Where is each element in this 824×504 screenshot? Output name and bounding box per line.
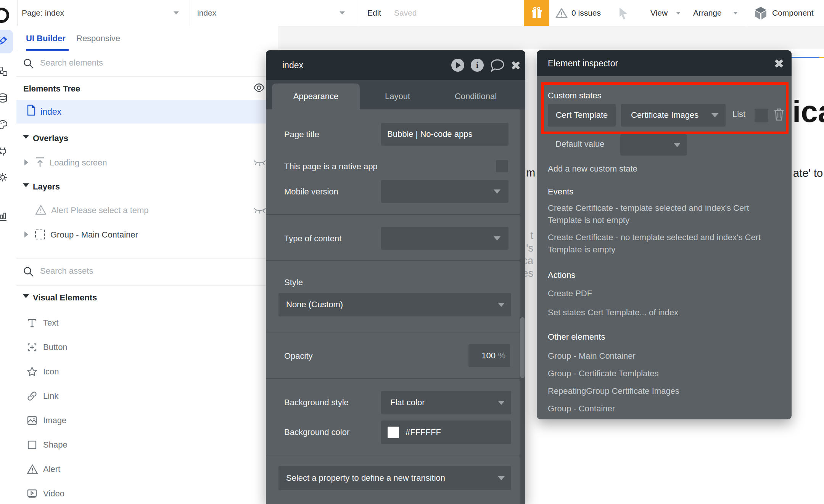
native-app-label: This page is a native app	[284, 162, 378, 172]
background-color-input[interactable]: #FFFFFF	[381, 421, 511, 444]
view-menu[interactable]: View	[650, 0, 668, 26]
cursor-icon[interactable]	[618, 7, 629, 20]
transition-dropdown[interactable]: Select a property to define a new transi…	[278, 466, 511, 490]
canvas-heading-fragment: ica	[792, 94, 824, 129]
other-element-item[interactable]: RepeatingGroup Certificate Images	[548, 386, 679, 396]
tab-layout[interactable]: Layout	[359, 83, 436, 109]
warning-icon	[555, 8, 568, 18]
palette-item-button[interactable]: Button	[43, 342, 68, 352]
design-pencil-icon[interactable]	[0, 36, 8, 46]
tab-conditional[interactable]: Conditional	[438, 83, 514, 109]
page-title-label: Page title	[284, 130, 319, 140]
page-selector[interactable]: Page: index	[22, 0, 64, 26]
settings-gear-icon[interactable]	[0, 172, 8, 182]
tree-item-index[interactable]: index	[40, 107, 61, 117]
bubble-logo[interactable]	[0, 8, 9, 23]
component-menu[interactable]: Component	[772, 0, 814, 26]
palette-item-icon[interactable]: Icon	[43, 367, 59, 377]
close-icon[interactable]	[510, 59, 521, 71]
tree-item-group-main[interactable]: Group - Main Container	[50, 230, 138, 240]
default-value-label: Default value	[555, 139, 604, 149]
canvas-gap-fragment: mp	[526, 167, 536, 183]
workflow-icon[interactable]	[0, 66, 8, 76]
tab-ui-builder[interactable]: UI Builder	[26, 34, 66, 43]
shape-icon	[27, 440, 37, 450]
style-dropdown[interactable]: None (Custom)	[278, 293, 511, 316]
event-item[interactable]: Create Certificate - template selected a…	[548, 202, 777, 226]
tab-responsive[interactable]: Responsive	[76, 34, 120, 43]
tree-section-overlays[interactable]: Overlays	[33, 133, 68, 143]
search-icon	[23, 58, 34, 69]
palette-item-link[interactable]: Link	[43, 391, 58, 401]
property-editor-header[interactable]: index i	[266, 50, 525, 80]
caret-expanded-icon[interactable]	[23, 135, 29, 139]
inspector-header[interactable]: Element inspector	[537, 50, 792, 76]
visual-elements-title[interactable]: Visual Elements	[33, 293, 97, 303]
editor-nav-rail	[0, 26, 17, 504]
palette-item-text[interactable]: Text	[43, 318, 58, 328]
group-icon	[35, 230, 45, 239]
info-icon[interactable]: i	[471, 59, 484, 72]
transition-placeholder: Select a property to define a new transi…	[286, 473, 445, 483]
chevron-down-icon	[498, 476, 505, 480]
styles-icon[interactable]	[0, 120, 8, 130]
eye-closed-icon[interactable]	[253, 207, 266, 214]
chevron-down-icon	[494, 236, 501, 241]
palette-item-alert[interactable]: Alert	[43, 464, 60, 474]
scrollbar-track[interactable]	[520, 109, 525, 504]
background-color-label: Background color	[284, 427, 349, 437]
other-element-item[interactable]: Group - Container	[548, 404, 615, 414]
chevron-down-icon[interactable]	[340, 11, 345, 14]
plugins-icon[interactable]	[0, 146, 8, 156]
action-item[interactable]: Create PDF	[548, 289, 592, 299]
mobile-version-dropdown[interactable]	[381, 180, 509, 203]
preview-play-icon[interactable]	[451, 59, 464, 72]
chevron-down-icon	[733, 12, 738, 14]
divider	[17, 0, 18, 26]
tab-appearance[interactable]: Appearance	[272, 83, 360, 109]
search-elements-input[interactable]	[39, 58, 193, 68]
edit-mode-button[interactable]: Edit	[367, 0, 381, 26]
search-assets-input[interactable]	[39, 266, 193, 276]
gift-button[interactable]	[524, 0, 549, 26]
element-selector[interactable]: index	[197, 0, 216, 26]
logs-icon[interactable]	[0, 211, 8, 221]
close-icon[interactable]	[773, 58, 785, 69]
event-item[interactable]: Create Certificate - no template selecte…	[548, 231, 777, 256]
caret-expanded-icon[interactable]	[23, 183, 29, 187]
color-swatch[interactable]	[388, 427, 399, 438]
add-custom-state-link[interactable]: Add a new custom state	[548, 164, 637, 174]
background-style-dropdown[interactable]: Flat color	[381, 391, 511, 414]
caret-collapsed-icon[interactable]	[24, 231, 28, 238]
eye-icon[interactable]	[253, 83, 265, 92]
other-element-item[interactable]: Group - Main Container	[548, 351, 636, 361]
scrollbar-thumb[interactable]	[520, 317, 525, 378]
palette-item-image[interactable]: Image	[43, 416, 66, 425]
page-title-input[interactable]: Bubble | No-code apps	[381, 123, 509, 146]
type-of-content-dropdown[interactable]	[381, 227, 509, 250]
action-item[interactable]: Set states Cert Template... of index	[548, 308, 678, 318]
native-app-checkbox[interactable]	[496, 160, 508, 172]
palette-item-video[interactable]: Video	[43, 489, 64, 499]
chevron-down-icon[interactable]	[174, 11, 179, 14]
component-cube-icon	[753, 6, 768, 21]
saved-status: Saved	[394, 0, 417, 26]
comment-icon[interactable]	[490, 59, 505, 72]
tree-item-loading-screen[interactable]: Loading screen	[50, 158, 107, 168]
caret-expanded-icon[interactable]	[23, 294, 29, 298]
alert-triangle-icon	[35, 205, 47, 215]
default-value-dropdown[interactable]	[620, 134, 687, 156]
tree-section-layers[interactable]: Layers	[33, 182, 60, 192]
tree-item-alert[interactable]: Alert Please select a temp	[51, 205, 149, 215]
caret-collapsed-icon[interactable]	[24, 159, 28, 165]
divider	[746, 0, 746, 26]
eye-closed-icon[interactable]	[253, 159, 266, 166]
alert-triangle-icon	[27, 464, 38, 475]
opacity-input[interactable]: 100 %	[468, 344, 510, 367]
arrange-menu[interactable]: Arrange	[693, 0, 722, 26]
button-icon	[27, 342, 37, 353]
issues-counter[interactable]: 0 issues	[571, 0, 601, 26]
palette-item-shape[interactable]: Shape	[43, 440, 68, 450]
data-icon[interactable]	[0, 93, 8, 103]
other-element-item[interactable]: Group - Certificate Temlplates	[548, 369, 659, 379]
